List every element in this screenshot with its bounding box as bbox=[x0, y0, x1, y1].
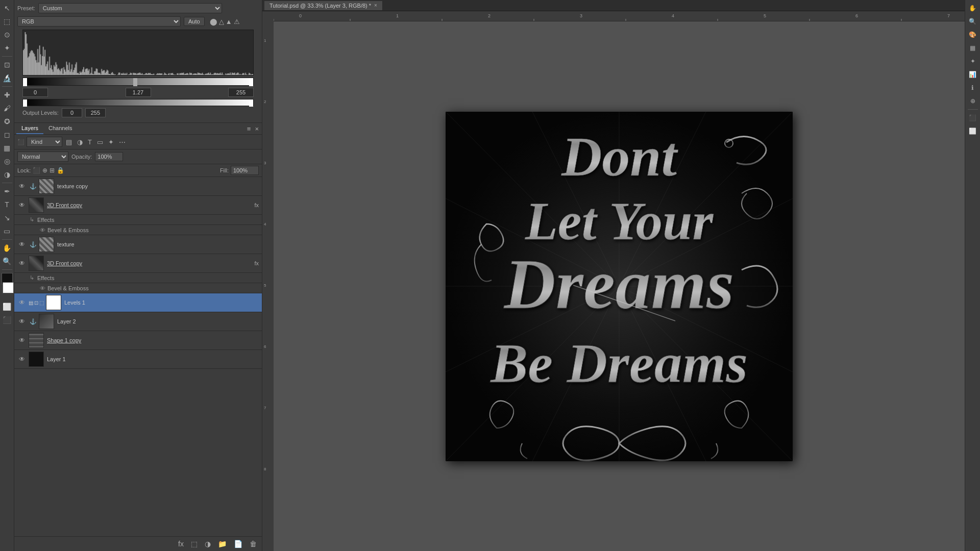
dodge-tool[interactable]: ◑ bbox=[1, 168, 13, 181]
white-point-thumb[interactable] bbox=[249, 78, 253, 86]
layer-item-texture[interactable]: 👁 ⚓ texture bbox=[14, 235, 262, 254]
new-group-btn[interactable]: 📁 bbox=[216, 539, 229, 549]
layer-item-shape1copy[interactable]: 👁 Shape 1 copy bbox=[14, 331, 262, 350]
midpoint-thumb[interactable] bbox=[133, 78, 137, 86]
background-color[interactable] bbox=[3, 282, 14, 293]
layer-item-layer1[interactable]: 👁 Layer 1 bbox=[14, 350, 262, 369]
right-nav-btn[interactable]: ⊕ bbox=[967, 95, 979, 107]
link-icon-texture: ⚓ bbox=[29, 240, 38, 249]
tab-channels[interactable]: Channels bbox=[43, 123, 77, 134]
lock-position-btn[interactable]: ⊕ bbox=[42, 167, 47, 174]
lock-artboard-btn[interactable]: ⊞ bbox=[50, 167, 55, 174]
layer-name-texture-copy: texture copy bbox=[57, 183, 259, 189]
filter-kind-select[interactable]: Kind bbox=[27, 137, 62, 147]
layer-item-levels-1[interactable]: 👁 ▤ ⊡ ⬚ Levels 1 bbox=[14, 293, 262, 312]
canvas-scroll-region[interactable]: 0 1 2 3 4 5 6 7 bbox=[262, 11, 965, 551]
visibility-shape1copy[interactable]: 👁 bbox=[17, 336, 27, 345]
stamp-tool[interactable]: ✪ bbox=[1, 115, 13, 128]
filter-more-btn[interactable]: ⋯ bbox=[117, 137, 127, 147]
tool-separator-3 bbox=[2, 183, 12, 183]
effect-eye-2[interactable]: 👁 bbox=[40, 285, 45, 291]
heal-tool[interactable]: ✚ bbox=[1, 89, 13, 101]
shape-tool[interactable]: ▭ bbox=[1, 225, 13, 237]
quick-mask-btn[interactable]: ⬜ bbox=[1, 300, 13, 313]
canvas-tab-close[interactable]: × bbox=[374, 3, 377, 8]
eye-icon: 👁 bbox=[19, 299, 25, 306]
visibility-texture-copy[interactable]: 👁 bbox=[17, 182, 27, 191]
eyedropper-tool[interactable]: 🔬 bbox=[1, 72, 13, 84]
effect-eye-1[interactable]: 👁 bbox=[40, 227, 45, 233]
mid-level-input[interactable] bbox=[126, 88, 151, 97]
adj-icon-white-pt[interactable]: △ bbox=[219, 18, 224, 26]
fill-input[interactable] bbox=[231, 166, 259, 175]
visibility-layer2[interactable]: 👁 bbox=[17, 317, 27, 326]
visibility-layer1[interactable]: 👁 bbox=[17, 355, 27, 364]
ruler-v-svg: 1 2 3 4 5 6 7 8 bbox=[262, 21, 274, 551]
layer-item-texture-copy[interactable]: 👁 ⚓ texture copy bbox=[14, 177, 262, 196]
brush-tool[interactable]: 🖌 bbox=[1, 102, 13, 114]
pen-tool[interactable]: ✒ bbox=[1, 185, 13, 197]
adj-icon-black-pt[interactable]: ▲ bbox=[226, 18, 232, 26]
black-point-thumb[interactable] bbox=[23, 78, 27, 86]
lock-all-btn[interactable]: 🔒 bbox=[57, 167, 64, 174]
right-swatch-btn[interactable]: ▦ bbox=[967, 42, 979, 54]
visibility-levels-1[interactable]: 👁 bbox=[17, 298, 27, 307]
add-adjustment-btn[interactable]: ◑ bbox=[203, 539, 213, 549]
add-mask-btn[interactable]: ⬚ bbox=[189, 539, 200, 549]
output-white-thumb[interactable] bbox=[249, 99, 253, 107]
filter-pixel-btn[interactable]: ▤ bbox=[64, 137, 74, 147]
lock-pixel-btn[interactable]: ⬛ bbox=[33, 167, 40, 174]
path-select-tool[interactable]: ↘ bbox=[1, 212, 13, 224]
layer-item-3d-front-copy-2[interactable]: 👁 3D Front copy fx bbox=[14, 254, 262, 273]
filter-adjust-btn[interactable]: ◑ bbox=[76, 137, 84, 147]
zoom-tool[interactable]: 🔍 bbox=[1, 255, 13, 267]
delete-layer-btn[interactable]: 🗑 bbox=[248, 539, 259, 549]
output-max-input[interactable] bbox=[85, 108, 106, 117]
right-fgbg-icon[interactable]: ⬛ bbox=[967, 112, 979, 124]
right-info-btn[interactable]: ℹ bbox=[967, 82, 979, 94]
eraser-tool[interactable]: ◻ bbox=[1, 129, 13, 141]
layer-item-layer2[interactable]: 👁 ⚓ Layer 2 bbox=[14, 312, 262, 331]
opacity-input[interactable] bbox=[95, 152, 123, 161]
layer-item-3d-front-copy-1[interactable]: 👁 3D Front copy fx bbox=[14, 196, 262, 215]
screen-mode-btn[interactable]: ⬛ bbox=[1, 314, 13, 326]
right-style-btn[interactable]: ✦ bbox=[967, 55, 979, 67]
gradient-tool[interactable]: ▦ bbox=[1, 142, 13, 154]
move-tool[interactable]: ↖ bbox=[1, 2, 13, 14]
channel-select[interactable]: RGB bbox=[17, 16, 181, 27]
visibility-3d-front-1[interactable]: 👁 bbox=[17, 201, 27, 210]
magic-wand-tool[interactable]: ✦ bbox=[1, 42, 13, 54]
select-tool[interactable]: ⬚ bbox=[1, 15, 13, 28]
visibility-3d-front-2[interactable]: 👁 bbox=[17, 259, 27, 268]
filter-smart-btn[interactable]: ✦ bbox=[107, 137, 115, 147]
lasso-tool[interactable]: ⊙ bbox=[1, 29, 13, 41]
black-level-input[interactable] bbox=[22, 88, 48, 97]
right-color-btn[interactable]: 🎨 bbox=[967, 29, 979, 41]
right-hand-tool[interactable]: ✋ bbox=[967, 2, 979, 14]
white-level-input[interactable] bbox=[228, 88, 254, 97]
panel-menu-btn[interactable]: ≡ bbox=[246, 124, 252, 134]
canvas-tab-tutorial[interactable]: Tutorial.psd @ 33.3% (Layer 3, RGB/8) * … bbox=[264, 1, 383, 10]
output-black-thumb[interactable] bbox=[23, 99, 27, 107]
filter-text-btn[interactable]: T bbox=[86, 137, 93, 147]
crop-tool[interactable]: ⊡ bbox=[1, 59, 13, 71]
output-min-input[interactable] bbox=[62, 108, 82, 117]
right-zoom-tool[interactable]: 🔍 bbox=[967, 15, 979, 28]
new-layer-btn[interactable]: 📄 bbox=[232, 539, 244, 549]
tab-layers[interactable]: Layers bbox=[16, 123, 43, 134]
right-screen-icon[interactable]: ⬜ bbox=[967, 125, 979, 137]
collapse-btn[interactable]: × bbox=[254, 124, 260, 134]
tool-separator-5 bbox=[2, 269, 12, 270]
blur-tool[interactable]: ◎ bbox=[1, 155, 13, 167]
hand-tool[interactable]: ✋ bbox=[1, 242, 13, 254]
blend-mode-select[interactable]: Normal bbox=[17, 152, 68, 162]
filter-shape-btn[interactable]: ▭ bbox=[95, 137, 105, 147]
adj-icon-warning[interactable]: ⚠ bbox=[234, 18, 240, 26]
visibility-texture[interactable]: 👁 bbox=[17, 240, 27, 249]
add-style-btn[interactable]: fx bbox=[176, 539, 186, 549]
adj-icon-eyedropper[interactable]: ⬤ bbox=[210, 18, 217, 26]
preset-select[interactable]: Custom bbox=[38, 3, 222, 13]
right-hist-btn[interactable]: 📊 bbox=[967, 68, 979, 81]
auto-button[interactable]: Auto bbox=[184, 17, 205, 26]
text-tool[interactable]: T bbox=[1, 198, 13, 211]
